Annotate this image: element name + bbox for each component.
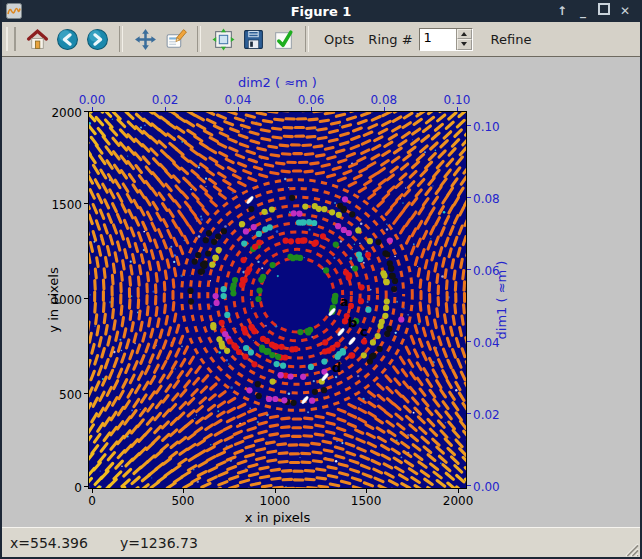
- control-point: [210, 324, 216, 330]
- control-point: [236, 349, 242, 355]
- control-point: [379, 319, 385, 325]
- refine-button[interactable]: Refine: [483, 30, 540, 49]
- close-button[interactable]: ✕: [618, 2, 632, 20]
- control-point: [384, 298, 390, 304]
- opts-button[interactable]: Opts: [316, 30, 362, 49]
- control-point: [221, 228, 227, 234]
- figure-canvas: 0.000.020.040.060.080.100500100015002000…: [2, 57, 640, 527]
- control-point: [274, 361, 280, 367]
- ring-group-annotation: c: [360, 324, 368, 339]
- right-axis-tick: 0.00: [473, 480, 500, 494]
- control-point: [297, 255, 303, 261]
- control-point: [213, 293, 219, 299]
- control-point: [367, 238, 373, 244]
- control-point: [367, 358, 373, 364]
- control-point: [352, 265, 358, 271]
- shade-button[interactable]: ↑: [555, 2, 569, 20]
- ring-number-value[interactable]: 1: [420, 29, 456, 50]
- control-point: [355, 227, 361, 233]
- cursor-x-readout: x=554.396: [10, 535, 88, 551]
- tick-mark: [457, 107, 458, 111]
- down-arrow-icon: [461, 42, 467, 46]
- apply-button[interactable]: [269, 25, 297, 53]
- apply-check-icon: [272, 28, 295, 51]
- tick-mark: [467, 341, 471, 342]
- control-point: [261, 209, 267, 215]
- pan-button[interactable]: [131, 25, 159, 53]
- home-button[interactable]: [23, 25, 51, 53]
- bottom-axis-label: x in pixels: [245, 510, 310, 525]
- spin-down-button[interactable]: [457, 39, 472, 50]
- tick-mark: [275, 489, 276, 493]
- ring-number-label: Ring #: [368, 32, 412, 47]
- control-point: [256, 231, 262, 237]
- control-point: [398, 316, 404, 322]
- control-point: [203, 237, 209, 243]
- tick-mark: [92, 107, 93, 111]
- control-point: [242, 354, 248, 360]
- navigation-toolbar: Opts Ring # 1 Refine: [2, 22, 640, 57]
- tick-mark: [84, 393, 88, 394]
- back-icon: [56, 28, 79, 51]
- control-point: [290, 255, 296, 261]
- right-axis-label: dim1 ( ≈m ): [494, 261, 509, 340]
- control-point: [278, 372, 284, 378]
- control-point: [323, 267, 329, 273]
- control-point: [296, 211, 302, 217]
- ring-number-spinbox[interactable]: 1: [419, 28, 473, 51]
- tick-mark: [84, 486, 88, 487]
- control-point: [259, 345, 265, 351]
- tick-mark: [467, 485, 471, 486]
- control-point: [346, 230, 352, 236]
- control-point: [322, 348, 328, 354]
- control-point: [199, 268, 205, 274]
- control-point: [271, 343, 277, 349]
- left-axis-tick: 1000: [2, 293, 82, 307]
- statusbar: x=554.396 y=1236.73: [2, 527, 640, 558]
- up-arrow-icon: [461, 32, 467, 36]
- control-point: [305, 329, 311, 335]
- control-point: [279, 344, 285, 350]
- maximize-button[interactable]: [597, 2, 611, 20]
- control-point: [255, 381, 261, 387]
- spin-up-button[interactable]: [457, 29, 472, 40]
- ring-group-annotation: d: [332, 360, 341, 375]
- control-point: [221, 293, 227, 299]
- titlebar[interactable]: Figure 1 ↑ _ ✕: [2, 0, 640, 22]
- diffraction-image[interactable]: abcd: [89, 112, 466, 488]
- minimize-button[interactable]: _: [576, 2, 590, 20]
- control-point: [311, 220, 317, 226]
- control-point: [320, 233, 326, 239]
- control-point: [297, 329, 303, 335]
- tick-mark: [165, 107, 166, 111]
- control-point: [358, 298, 364, 304]
- control-point: [388, 265, 394, 271]
- save-button[interactable]: [239, 25, 267, 53]
- control-point: [260, 336, 266, 342]
- control-point: [321, 206, 327, 212]
- control-point: [375, 239, 381, 245]
- forward-button[interactable]: [83, 25, 111, 53]
- bottom-axis-tick: 0: [88, 494, 96, 508]
- control-point: [248, 206, 254, 212]
- resize-grip[interactable]: [621, 539, 639, 557]
- bottom-axis-tick: 2000: [443, 494, 474, 508]
- toolbar-handle[interactable]: [6, 27, 16, 51]
- control-point: [246, 266, 252, 272]
- control-point: [291, 400, 297, 406]
- control-point: [384, 331, 390, 337]
- configure-subplots-button[interactable]: [209, 25, 237, 53]
- edit-button[interactable]: [161, 25, 189, 53]
- matplotlib-logo-icon: [6, 3, 22, 19]
- control-point: [219, 320, 225, 326]
- control-point: [222, 331, 228, 337]
- tick-mark: [467, 125, 471, 126]
- bottom-axis-tick: 500: [171, 494, 194, 508]
- top-axis-tick: 0.08: [370, 93, 397, 107]
- control-point: [321, 359, 327, 365]
- back-button[interactable]: [53, 25, 81, 53]
- control-point: [359, 284, 365, 290]
- toolbar-separator: [119, 26, 123, 52]
- control-point: [243, 228, 249, 234]
- control-point: [209, 262, 215, 268]
